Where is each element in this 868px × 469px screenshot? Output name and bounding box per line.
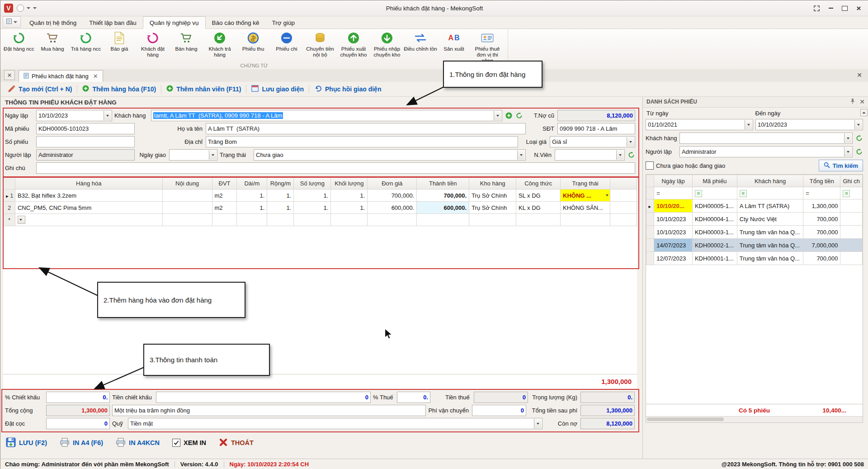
chevron-down-icon[interactable] — [104, 111, 111, 120]
chevron-down-icon[interactable] — [844, 147, 852, 156]
phi-van-chuyen-input[interactable]: 0 — [472, 405, 526, 416]
text-filter-icon[interactable]: ≡ — [695, 190, 702, 197]
fullscreen-button[interactable] — [811, 3, 823, 13]
cell-note[interactable] — [840, 239, 863, 252]
column-header[interactable]: Nội dung — [162, 177, 212, 189]
column-header[interactable]: Công thức — [516, 177, 561, 189]
horizontal-scrollbar[interactable] — [646, 416, 863, 422]
tien-chiet-khau-input[interactable]: 0 — [156, 392, 371, 403]
to-date-input[interactable]: 10/10/2023 — [755, 119, 863, 130]
ribbon-tab[interactable]: Trợ giúp — [266, 17, 301, 28]
chevron-down-icon[interactable] — [616, 150, 624, 160]
cell-total[interactable]: 1,300,000 — [803, 199, 840, 213]
document-tab-active[interactable]: Phiếu khách đặt hàng ✕ — [19, 70, 103, 82]
column-header[interactable]: Hàng hóa — [15, 177, 162, 189]
footer-button[interactable]: THOÁT — [219, 438, 254, 448]
text-filter-icon[interactable]: ≡ — [843, 190, 850, 197]
chevron-down-icon[interactable] — [494, 111, 501, 120]
cell-date[interactable]: 10/10/2023 — [654, 226, 693, 239]
column-header[interactable]: Ngày lập — [654, 175, 693, 187]
close-all-tabs-button[interactable]: ✕ — [4, 70, 15, 80]
filter-cell[interactable]: ≡ — [840, 187, 863, 199]
toolbar-button[interactable]: Phiếu thuê đơn vị thi công — [471, 30, 504, 64]
chevron-down-icon[interactable] — [606, 194, 609, 196]
toolbar-button[interactable]: Phiếu thu — [236, 30, 270, 64]
filter-cell[interactable]: = — [654, 187, 693, 199]
cell-note[interactable] — [840, 252, 863, 265]
cell-date[interactable]: 12/07/2023 — [654, 252, 693, 265]
filter-cell[interactable]: ≡ — [692, 187, 737, 199]
action-bar-button[interactable]: Thêm hàng hóa (F10) — [77, 85, 161, 93]
orders-grid-row[interactable]: 10/10/2023KDH00004-1...Cty Nước Việt700,… — [646, 213, 863, 226]
from-date-input[interactable]: 01/10/2021 — [646, 119, 753, 130]
cell[interactable]: 700,000. — [368, 189, 417, 202]
column-header[interactable]: Rộng/m — [267, 177, 294, 189]
search-button[interactable]: Tìm kiếm — [819, 160, 863, 171]
chevron-down-icon[interactable] — [745, 120, 752, 129]
loai-gia-combo[interactable]: Giá sỉ — [550, 136, 635, 147]
close-document-button[interactable]: ✕ — [857, 71, 866, 79]
khach-hang-combo[interactable]: lamtt, A Lâm TT (SATRA), 0909 990 718 - … — [151, 110, 502, 121]
cell[interactable] — [368, 214, 417, 226]
cell[interactable]: KL x DG — [516, 202, 561, 214]
pin-icon[interactable] — [850, 98, 855, 105]
cell[interactable] — [162, 202, 212, 214]
column-header[interactable]: Dài/m — [237, 177, 267, 189]
cell-code[interactable]: KDH00002-1... — [692, 239, 737, 252]
cell-total[interactable]: 700,000 — [803, 226, 840, 239]
filter-cell[interactable]: = — [803, 187, 840, 199]
cell[interactable] — [561, 214, 610, 226]
ribbon-tab[interactable]: Quản trị hệ thống — [23, 17, 83, 28]
quick-access-button[interactable] — [17, 5, 24, 12]
ngay-giao-input[interactable] — [169, 149, 217, 161]
toolbar-button[interactable]: Trả hàng ncc — [69, 30, 103, 64]
cell[interactable]: 1. — [237, 202, 267, 214]
toolbar-button[interactable]: Khách trả hàng — [203, 30, 236, 64]
toolbar-button[interactable]: Báo giá — [103, 30, 136, 64]
ribbon-tab[interactable]: Quản lý nghiệp vụ — [143, 16, 206, 29]
column-header[interactable]: Kho hàng — [469, 177, 516, 189]
column-header[interactable]: Khối lượng — [331, 177, 368, 189]
chevron-down-icon[interactable] — [517, 150, 525, 160]
cell[interactable]: SL x DG — [516, 189, 561, 202]
cell[interactable] — [417, 214, 469, 226]
toolbar-button[interactable]: Điều chỉnh tồn — [404, 30, 437, 64]
customer-filter-input[interactable] — [679, 133, 853, 144]
sdt-input[interactable]: 0909 990 718 - A Lâm — [557, 123, 635, 134]
cell[interactable]: m2 — [212, 202, 237, 214]
cell[interactable] — [267, 214, 294, 226]
column-header[interactable]: Đơn giá — [368, 177, 417, 189]
cell[interactable]: 1. — [294, 189, 331, 202]
filter-cell[interactable]: ≡ — [737, 187, 803, 199]
ribbon-tab[interactable]: Thiết lập ban đầu — [83, 17, 142, 28]
footer-button[interactable]: XEM IN — [172, 439, 206, 447]
ho-va-ten-input[interactable]: A Lâm TT (SATRA) — [206, 123, 526, 134]
cell-code[interactable]: KDH00004-1... — [692, 213, 737, 226]
ghi-chu-input[interactable] — [36, 162, 635, 174]
chevron-down-icon[interactable] — [27, 7, 30, 9]
cell-total[interactable]: 700,000 — [803, 252, 840, 265]
close-tab-icon[interactable]: ✕ — [93, 73, 98, 80]
cell[interactable]: KHÔNG ... — [561, 189, 610, 202]
toolbar-button[interactable]: Đặt hàng ncc — [2, 30, 36, 64]
column-header[interactable]: Trạng thái — [561, 177, 610, 189]
cell[interactable]: 700,000. — [417, 189, 469, 202]
dat-coc-input[interactable]: 0 — [46, 418, 110, 429]
n-vien-combo[interactable] — [555, 149, 625, 161]
ribbon-menu-button[interactable] — [3, 16, 21, 28]
cell-total[interactable]: 7,000,000 — [803, 239, 840, 252]
cell[interactable]: 600,000. — [417, 202, 469, 214]
cell[interactable] — [294, 214, 331, 226]
cell[interactable]: KHÔNG SẢN... — [561, 202, 610, 214]
cell[interactable]: B32, Bạt hiflex 3.2zem — [15, 189, 162, 202]
chevron-down-icon[interactable] — [534, 419, 542, 428]
text-filter-icon[interactable]: ≡ — [740, 190, 747, 197]
cell[interactable] — [516, 214, 561, 226]
cell-customer[interactable]: Cty Nước Việt — [737, 213, 803, 226]
cell-code[interactable]: KDH00005-1... — [692, 199, 737, 213]
column-header[interactable]: ĐVT — [212, 177, 237, 189]
quy-combo[interactable]: Tiền mặt — [128, 418, 542, 429]
xem-in-checkbox[interactable] — [172, 439, 180, 447]
cell-code[interactable]: KDH00001-1... — [692, 252, 737, 265]
cell[interactable] — [162, 189, 212, 202]
